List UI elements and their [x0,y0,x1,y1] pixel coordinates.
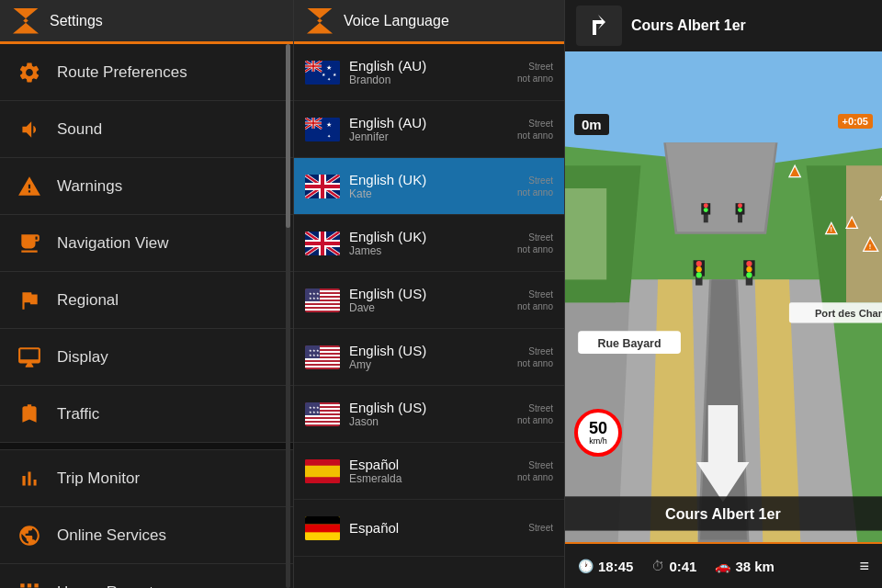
flag-icon [15,286,44,315]
settings-header: Settings [0,0,293,44]
trip-monitor-label: Trip Monitor [57,469,140,488]
back-arrow-icon[interactable] [13,8,39,34]
voice-item-es-esmeralda[interactable]: Español Esmeralda Streetnot anno [294,443,564,500]
speed-limit-sign: 50 km/h [574,409,622,469]
map-remaining-item: ⏱ 0:41 [651,559,696,574]
traffic-label: Traffic [57,405,99,424]
voice-status-brandon: Streetnot anno [517,61,553,85]
sound-label: Sound [57,120,102,139]
voice-item-de-bottom[interactable]: Español Street [294,500,564,557]
sidebar-item-sound[interactable]: Sound [0,101,293,158]
menu-divider [0,443,293,450]
svg-text:!: ! [869,243,871,251]
map-panel: Cours Albert 1er [565,0,882,588]
sidebar-item-online-services[interactable]: Online Services [0,507,293,564]
voice-person-jason: Jason [349,415,517,428]
voice-back-icon[interactable] [307,8,333,34]
car-icon: 🚗 [715,559,730,573]
flag-us-icon-2: ★★★ ★★★ [305,345,340,369]
voice-lang-en-us-jason: English (US) [349,400,517,415]
scrollbar-track[interactable] [286,44,290,588]
sidebar-item-trip-monitor[interactable]: Trip Monitor [0,450,293,507]
speed-number: 50 [589,420,607,436]
sidebar-item-warnings[interactable]: Warnings [0,158,293,215]
flag-au-icon: ★ ✦ ★ ★ [305,61,340,85]
time-addition-value: +0:05 [842,116,868,127]
voice-header: Voice Language [294,0,564,44]
voice-person-esmeralda: Esmeralda [349,472,517,485]
svg-rect-48 [305,301,340,303]
voice-title: Voice Language [344,13,449,29]
svg-rect-58 [305,358,340,360]
grid-icon [15,578,44,589]
voice-item-en-us-amy[interactable]: ★★★ ★★★ English (US) Amy Streetnot anno [294,329,564,386]
sidebar-item-regional[interactable]: Regional [0,272,293,329]
svg-text:✦: ✦ [327,76,331,82]
usage-reports-label: Usage Reports [57,583,161,589]
voice-status-kate: Streetnot anno [517,175,553,198]
voice-person-james: James [349,244,517,257]
voice-item-en-au-brandon[interactable]: ★ ✦ ★ ★ English (AU) Brandon Streetnot a… [294,44,564,101]
map-distance-item: 🚗 38 km [715,559,775,574]
voice-item-en-au-jennifer[interactable]: ★ ✦ English (AU) Jennifer Streetnot anno [294,101,564,158]
voice-status-esmeralda: Streetnot anno [517,459,553,483]
svg-marker-84 [666,142,775,232]
settings-panel: Settings Route Preferences Sound [0,0,294,588]
voice-item-en-uk-james[interactable]: English (UK) James Streetnot anno [294,215,564,272]
svg-text:Rue Bayard: Rue Bayard [598,337,662,350]
route-preferences-label: Route Preferences [57,63,187,82]
svg-rect-69 [305,419,340,421]
voice-item-en-us-jason[interactable]: ★★★ ★★★ English (US) Jason Streetnot ann… [294,386,564,443]
svg-rect-70 [305,423,340,424]
map-menu-button[interactable]: ≡ [859,557,869,576]
svg-text:★: ★ [326,121,332,128]
display-label: Display [57,348,108,367]
svg-point-104 [746,272,752,277]
settings-menu-list: Route Preferences Sound Warnings [0,44,293,588]
svg-point-97 [696,261,702,266]
globe-icon [15,521,44,550]
voice-lang-en-us-amy: English (US) [349,343,517,358]
svg-text:Cours Albert 1er: Cours Albert 1er [665,505,781,522]
sidebar-item-usage-reports[interactable]: Usage Reports [0,564,293,588]
traffic-icon [15,400,44,429]
sidebar-item-navigation-view[interactable]: Navigation View [0,215,293,272]
svg-rect-50 [305,309,340,311]
scrollbar-thumb[interactable] [286,44,290,228]
flag-uk-icon [305,175,340,198]
svg-point-98 [696,266,702,272]
voice-lang-en-us-dave: English (US) [349,286,517,301]
svg-rect-94 [565,188,606,279]
map-time-item: 🕐 18:45 [578,559,633,574]
svg-point-111 [738,203,742,208]
voice-lang-en-au-jennifer: English (AU) [349,115,517,130]
map-distance-value: 38 km [735,559,775,574]
svg-rect-80 [305,524,340,532]
voice-info-en-uk-kate: English (UK) Kate [349,172,517,200]
svg-rect-77 [305,477,340,483]
timer-icon: ⏱ [651,559,664,573]
chart-icon [15,464,44,493]
voice-item-en-uk-kate[interactable]: English (UK) Kate Streetnot anno [294,158,564,215]
sidebar-item-route-preferences[interactable]: Route Preferences [0,44,293,101]
map-street-name: Cours Albert 1er [631,17,871,34]
voice-status-de-bottom: Street [528,522,553,534]
svg-rect-59 [305,362,340,364]
settings-title: Settings [50,13,103,29]
svg-point-102 [746,261,752,266]
svg-text:★: ★ [326,64,332,71]
voice-status-james: Streetnot anno [517,232,553,255]
sidebar-item-display[interactable]: Display [0,329,293,386]
voice-panel: Voice Language ★ ✦ ★ [294,0,565,588]
voice-lang-es-esmeralda: Español [349,457,517,472]
speaker-icon [15,115,44,144]
svg-rect-34 [305,185,340,188]
warnings-label: Warnings [57,177,122,196]
sidebar-item-traffic[interactable]: Traffic [0,386,293,443]
voice-item-en-us-dave[interactable]: ★★★ ★★★ English (US) Dave Streetnot anno [294,272,564,329]
map-bottombar: 🕐 18:45 ⏱ 0:41 🚗 38 km ≡ [565,542,882,588]
voice-status-amy: Streetnot anno [517,345,553,369]
flag-us-icon-3: ★★★ ★★★ [305,402,340,426]
voice-person-kate: Kate [349,187,517,200]
speed-unit: km/h [589,436,607,446]
